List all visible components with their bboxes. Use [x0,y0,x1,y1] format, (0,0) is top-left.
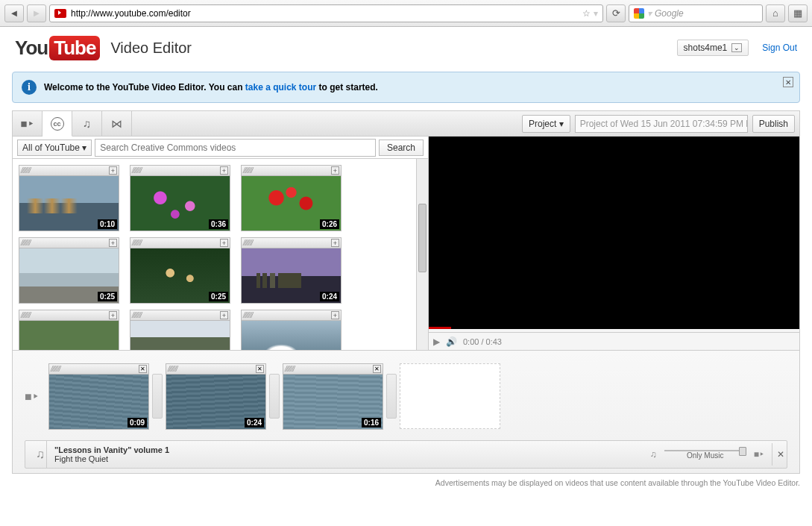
audio-track-icon: ♫ [25,448,46,461]
timeline-clips[interactable]: ///////✕0:09///////✕0:24///////✕0:16 [48,363,500,430]
reload-button[interactable]: ⟳ [606,4,626,22]
add-clip-button[interactable]: + [331,239,339,247]
add-clip-button[interactable]: + [220,166,228,175]
user-menu-button[interactable]: shots4me1 ⌄ [677,40,749,56]
publish-button[interactable]: Publish [752,115,795,133]
drag-grip-icon[interactable]: /////// [21,166,30,175]
clip-thumbnail[interactable]: 0:24 [166,374,266,430]
search-button[interactable]: Search [379,140,424,156]
remove-clip-button[interactable]: ✕ [139,365,147,373]
add-clip-button[interactable]: + [109,239,117,247]
drag-grip-icon[interactable]: /////// [132,166,141,175]
drag-grip-icon[interactable]: /////// [168,365,177,373]
clip-thumbnail[interactable]: 0:24 [241,248,342,304]
remove-clip-button[interactable]: ✕ [373,365,381,373]
drag-grip-icon[interactable]: /////// [243,239,252,247]
transition-slot[interactable] [152,374,163,419]
library-clip[interactable]: ///////+0:24 [241,237,342,304]
tab-transitions[interactable]: ⋈ [102,111,132,136]
library-scrollbar[interactable] [416,159,428,350]
page-title: Video Editor [110,40,192,57]
drag-grip-icon[interactable]: /////// [132,239,141,247]
url-input[interactable] [71,8,578,19]
video-preview[interactable] [429,137,799,329]
bookmark-star-icon[interactable]: ☆ [582,8,591,19]
remove-audio-button[interactable]: ✕ [772,443,787,466]
library-clip[interactable]: ///////+ [19,310,119,350]
tabs-button[interactable]: ▦ [788,4,808,22]
address-bar[interactable]: ☆ ▾ [49,4,603,22]
home-button[interactable]: ⌂ [766,4,785,22]
logo-you: You [15,37,48,60]
youtube-logo[interactable]: You Tube [15,36,100,60]
tab-audio[interactable]: ♫ [72,111,102,136]
drag-grip-icon[interactable]: /////// [243,166,252,175]
drag-grip-icon[interactable]: /////// [132,311,141,319]
add-clip-button[interactable]: + [109,166,117,175]
transition-slot[interactable] [386,374,397,419]
sign-out-link[interactable]: Sign Out [762,43,797,53]
add-clip-button[interactable]: + [331,166,339,175]
forward-button[interactable]: ► [27,4,46,22]
video-camera-icon: ■‣ [754,449,764,460]
library-clip[interactable]: ///////+ [241,310,342,350]
project-menu-button[interactable]: Project ▾ [522,115,570,133]
clip-thumbnail[interactable]: 0:16 [283,374,383,430]
add-clip-button[interactable]: + [220,311,228,319]
clip-duration: 0:09 [128,418,147,428]
clip-thumbnail[interactable] [19,320,119,350]
video-track: ■‣ ///////✕0:09///////✕0:24///////✕0:16 [25,360,787,433]
timeline-drop-zone[interactable] [400,363,500,429]
browser-search-box[interactable]: ▾ Google [629,4,763,22]
clip-thumbnail[interactable]: 0:25 [130,248,230,304]
drag-grip-icon[interactable]: /////// [21,311,30,319]
timeline-clip[interactable]: ///////✕0:16 [283,363,383,430]
volume-button[interactable]: 🔊 [446,336,457,347]
clip-thumbnail[interactable]: 0:36 [130,175,230,231]
clip-duration: 0:26 [320,219,339,229]
transition-slot[interactable] [269,374,280,419]
main-split: All of YouTube ▾ Search ///////+0:10////… [13,137,799,350]
timeline-clip[interactable]: ///////✕0:24 [166,363,266,430]
drag-grip-icon[interactable]: /////// [21,239,30,247]
add-clip-button[interactable]: + [220,239,228,247]
remove-clip-button[interactable]: ✕ [256,365,264,373]
play-button[interactable]: ▶ [433,336,440,347]
clip-thumbnail[interactable]: 0:26 [241,175,342,231]
library-clip[interactable]: ///////+0:25 [19,237,119,304]
clip-thumbnail[interactable]: 0:10 [19,175,119,231]
audio-note-icon: ♫ [650,449,657,460]
cc-icon: cc [51,117,64,131]
search-scope-button[interactable]: All of YouTube ▾ [17,140,92,156]
tour-link[interactable]: take a quick tour [245,82,316,93]
drag-grip-icon[interactable]: /////// [51,365,60,373]
library-search-row: All of YouTube ▾ Search [13,137,428,159]
library-clip[interactable]: ///////+0:36 [130,165,230,231]
audio-mix-slider[interactable] [664,450,746,451]
tab-creative-commons[interactable]: cc [43,111,72,137]
search-placeholder: Google [655,8,684,19]
video-track-icon: ■‣ [25,389,40,404]
clip-thumbnail[interactable]: 0:25 [19,248,119,304]
clip-thumbnail[interactable]: 0:09 [48,374,149,430]
notice-close-button[interactable]: ✕ [783,77,793,87]
footer-disclaimer: Advertisements may be displayed on video… [0,474,812,493]
drag-grip-icon[interactable]: /////// [243,311,252,319]
library-search-input[interactable] [95,139,376,157]
library-clip[interactable]: ///////+0:26 [241,165,342,231]
playhead-progress [429,327,451,329]
project-name-field[interactable]: Project of Wed 15 Jun 2011 07:34:59 PM P [575,115,748,133]
add-clip-button[interactable]: + [109,311,117,319]
library-clip[interactable]: ///////+ [130,310,230,350]
timeline-clip[interactable]: ///////✕0:09 [48,363,149,430]
library-clip[interactable]: ///////+0:10 [19,165,119,231]
clip-thumbnail[interactable] [130,320,230,350]
clip-duration: 0:24 [245,418,264,428]
add-clip-button[interactable]: + [331,311,339,319]
tab-my-videos[interactable]: ■‣ [13,111,43,136]
library-clip[interactable]: ///////+0:25 [130,237,230,304]
clip-thumbnail[interactable] [241,320,342,350]
audio-track: ♫ "Lessons in Vanity" volume 1 Fight the… [25,440,787,469]
back-button[interactable]: ◄ [4,4,24,22]
drag-grip-icon[interactable]: /////// [285,365,294,373]
